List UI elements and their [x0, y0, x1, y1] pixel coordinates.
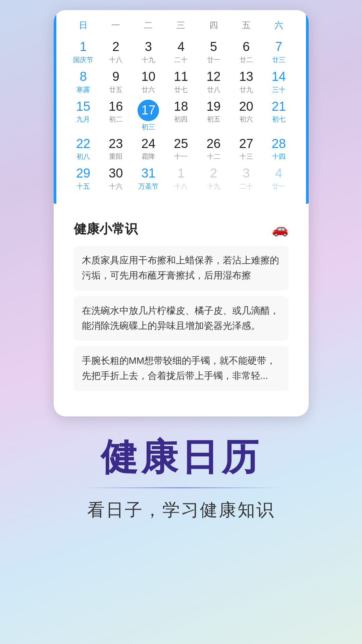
- calendar-day[interactable]: 5廿一: [197, 37, 230, 67]
- health-title: 健康小常识: [74, 220, 138, 238]
- day-lunar: 初四: [174, 115, 188, 124]
- weekday-label: 一: [100, 17, 132, 34]
- day-number: 25: [174, 137, 188, 151]
- day-number: 23: [109, 137, 123, 151]
- calendar-day[interactable]: 11廿七: [165, 67, 197, 97]
- day-lunar: 廿二: [240, 55, 253, 64]
- day-lunar: 霜降: [142, 152, 155, 161]
- calendar-day[interactable]: 21初七: [262, 97, 295, 134]
- day-number: 12: [206, 70, 220, 84]
- calendar-day[interactable]: 2十八: [100, 37, 132, 67]
- day-lunar: 廿一: [272, 182, 286, 191]
- weekday-label: 五: [230, 17, 262, 34]
- calendar-day[interactable]: 14三十: [262, 67, 295, 97]
- calendar-day[interactable]: 3十九: [132, 37, 165, 67]
- promo-title: 健康日历: [101, 437, 262, 477]
- day-number: 24: [141, 137, 155, 151]
- calendar-grid: 1国庆节2十八3十九4二十5廿一6廿二7廿三8寒露9廿五10廿六11廿七12廿八…: [67, 37, 295, 194]
- health-item[interactable]: 手腕长粗的MM想带较细的手镯，就不能硬带，先把手折上去，合着拢后带上手镯，非常轻…: [74, 346, 289, 391]
- day-number: 31: [141, 166, 155, 181]
- calendar-day[interactable]: 3二十: [230, 164, 262, 194]
- phone-card: 日一二三四五六 1国庆节2十八3十九4二十5廿一6廿二7廿三8寒露9廿五10廿六…: [54, 10, 309, 416]
- calendar-day[interactable]: 7廿三: [262, 37, 295, 67]
- health-item[interactable]: 木质家具应用干布擦和上蜡保养，若沾上难擦的污垢，可先用布蘸牙膏擦拭，后用湿布擦: [74, 246, 289, 291]
- left-accent-bar: [54, 10, 56, 204]
- calendar-day[interactable]: 25十一: [165, 134, 197, 164]
- calendar-day[interactable]: 4二十: [165, 37, 197, 67]
- day-number: 21: [272, 100, 286, 114]
- calendar-day[interactable]: 26十二: [197, 134, 230, 164]
- calendar-day[interactable]: 1国庆节: [67, 37, 100, 67]
- day-lunar: 二十: [240, 182, 253, 191]
- health-icon: 🚗: [272, 221, 289, 237]
- day-number: 13: [239, 70, 253, 84]
- day-lunar: 重阳: [109, 152, 122, 161]
- calendar-day[interactable]: 18初四: [165, 97, 197, 134]
- calendar-day[interactable]: 6廿二: [230, 37, 262, 67]
- calendar-day[interactable]: 22初八: [67, 134, 100, 164]
- calendar-day[interactable]: 17初三: [132, 97, 165, 134]
- day-lunar: 十四: [272, 152, 286, 161]
- calendar-day[interactable]: 31万圣节: [132, 164, 165, 194]
- day-number: 4: [177, 40, 185, 54]
- calendar-day[interactable]: 30十六: [100, 164, 132, 194]
- calendar-day[interactable]: 20初六: [230, 97, 262, 134]
- calendar-day[interactable]: 13廿九: [230, 67, 262, 97]
- calendar-day[interactable]: 15九月: [67, 97, 100, 134]
- promo-section: 健康日历 看日子，学习健康知识: [0, 416, 362, 549]
- day-number: 2: [210, 166, 217, 181]
- day-number: 9: [112, 70, 119, 84]
- day-lunar: 万圣节: [138, 182, 158, 191]
- day-lunar: 初八: [76, 152, 90, 161]
- day-number: 20: [239, 100, 253, 114]
- day-lunar: 初六: [240, 115, 253, 124]
- day-lunar: 十五: [76, 182, 90, 191]
- day-number: 8: [80, 70, 87, 84]
- calendar-day[interactable]: 9廿五: [100, 67, 132, 97]
- day-number: 1: [177, 166, 185, 181]
- calendar-day[interactable]: 19初五: [197, 97, 230, 134]
- day-lunar: 廿一: [207, 55, 220, 64]
- day-lunar: 十八: [109, 55, 122, 64]
- day-number: 16: [109, 100, 123, 114]
- calendar-day[interactable]: 8寒露: [67, 67, 100, 97]
- health-item[interactable]: 在洗碗水中放几片柠檬皮、橘子皮、或几滴醋，能消除洗碗碟上的异味且增加瓷器光泽感。: [74, 296, 289, 341]
- day-lunar: 十六: [109, 182, 122, 191]
- calendar-day[interactable]: 28十四: [262, 134, 295, 164]
- day-lunar: 十一: [174, 152, 188, 161]
- weekday-label: 日: [67, 17, 100, 34]
- calendar-day[interactable]: 29十五: [67, 164, 100, 194]
- day-number: 19: [206, 100, 220, 114]
- day-lunar: 国庆节: [73, 55, 93, 64]
- day-number: 3: [243, 166, 250, 181]
- day-number: 14: [272, 70, 286, 84]
- calendar-day[interactable]: 23重阳: [100, 134, 132, 164]
- day-number: 17: [138, 100, 159, 121]
- weekday-label: 四: [197, 17, 230, 34]
- day-lunar: 十九: [207, 182, 220, 191]
- weekday-label: 二: [132, 17, 165, 34]
- day-number: 2: [112, 40, 119, 54]
- day-lunar: 初二: [109, 115, 122, 124]
- day-number: 1: [80, 40, 87, 54]
- day-lunar: 廿六: [142, 85, 155, 94]
- calendar-day[interactable]: 16初二: [100, 97, 132, 134]
- day-lunar: 初七: [272, 115, 286, 124]
- calendar-day[interactable]: 27十三: [230, 134, 262, 164]
- calendar-day[interactable]: 4廿一: [262, 164, 295, 194]
- day-lunar: 廿五: [109, 85, 122, 94]
- day-lunar: 廿八: [207, 85, 220, 94]
- day-number: 22: [76, 137, 90, 151]
- day-lunar: 十九: [142, 55, 155, 64]
- day-number: 18: [174, 100, 188, 114]
- calendar-day[interactable]: 1十八: [165, 164, 197, 194]
- day-number: 15: [76, 100, 90, 114]
- promo-divider: [81, 487, 282, 488]
- day-lunar: 廿九: [240, 85, 253, 94]
- calendar-day[interactable]: 12廿八: [197, 67, 230, 97]
- calendar-day[interactable]: 24霜降: [132, 134, 165, 164]
- calendar-day[interactable]: 10廿六: [132, 67, 165, 97]
- day-lunar: 初三: [142, 122, 155, 132]
- calendar-day[interactable]: 2十九: [197, 164, 230, 194]
- right-accent-bar: [306, 10, 309, 204]
